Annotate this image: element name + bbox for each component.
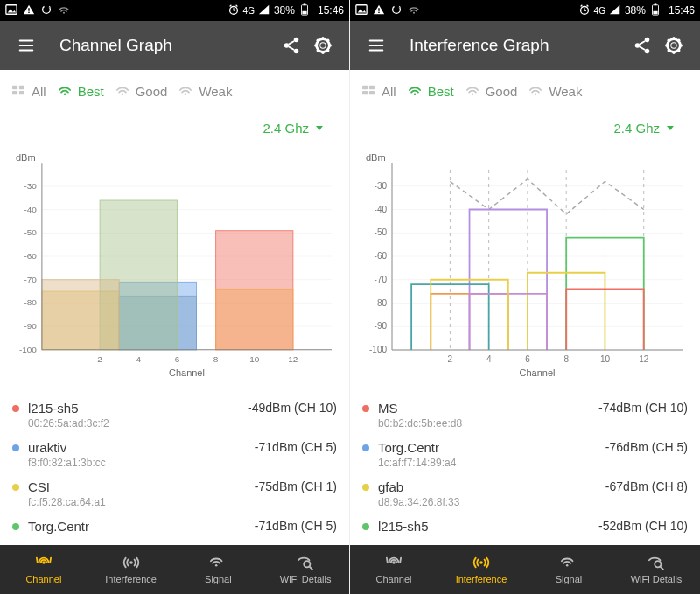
svg-rect-2 [28,11,29,12]
svg-rect-0 [6,4,17,14]
svg-text:12: 12 [639,354,649,364]
tab-label: Interference [456,574,508,584]
band-row: 2.4 Ghz [350,112,700,143]
svg-rect-78 [653,10,657,14]
svg-point-14 [294,49,299,53]
network-ssid: CSI [28,479,255,494]
chart: -30-40-50-60-70-80-90-10024681012dBmChan… [350,143,700,388]
signal-bars-icon [609,3,621,18]
signal-bars-icon [258,3,270,18]
tab-wifi-details[interactable]: WiFi Details [262,545,349,594]
network-type: 4G [243,6,255,16]
svg-text:-90: -90 [24,321,37,331]
filter-all[interactable]: All [10,84,46,99]
svg-rect-11 [19,50,34,52]
svg-rect-97 [369,85,374,88]
color-dot [362,405,369,412]
svg-rect-71 [378,8,379,11]
tab-interference[interactable]: Interference [88,545,175,594]
svg-point-12 [294,38,299,43]
tab-icon [559,555,578,572]
alarm-icon [228,3,240,18]
network-list: l215-sh500:26:5a:ad:3c:f2-49dBm (CH 10)u… [0,388,349,545]
share-button[interactable] [626,36,658,55]
filter-row: AllBestGoodWeak [350,70,700,112]
tab-label: Channel [25,574,61,584]
filter-weak[interactable]: Weak [178,84,232,99]
chart: -30-40-50-60-70-80-90-10024681012dBmChan… [0,143,349,388]
svg-rect-1 [28,8,29,11]
svg-text:-70: -70 [24,275,37,284]
filter-row: AllBestGoodWeak [0,70,349,112]
svg-rect-72 [378,11,379,12]
network-signal: -67dBm (CH 8) [606,479,688,493]
filter-all-icon [10,84,26,99]
filter-best-icon [407,84,423,99]
settings-button[interactable] [658,36,690,55]
image-icon [5,3,18,18]
network-list: MSb0:b2:dc:5b:ee:d8-74dBm (CH 10)Torg.Ce… [350,388,700,545]
clock: 15:46 [318,4,344,17]
band-label: 2.4 Ghz [613,121,660,136]
filter-good[interactable]: Good [465,84,518,99]
network-mac: 00:26:5a:ad:3c:f2 [28,417,248,430]
list-item[interactable]: Torg.Centr-71dBm (CH 5) [12,514,337,541]
svg-text:dBm: dBm [16,152,36,163]
svg-rect-29 [19,90,24,94]
tab-icon [647,555,666,572]
network-signal: -71dBm (CH 5) [255,519,337,533]
band-dropdown[interactable]: 2.4 Ghz [262,121,323,136]
svg-point-82 [645,38,650,43]
menu-button[interactable] [10,36,42,55]
sync-icon [390,3,402,18]
tab-label: Channel [376,574,412,584]
color-dot [362,523,369,530]
filter-all[interactable]: All [360,84,396,99]
svg-text:4: 4 [486,354,492,364]
screen: 4G38%15:46Interference GraphAllBestGoodW… [350,0,700,594]
svg-point-101 [471,93,472,94]
tab-signal[interactable]: Signal [175,545,262,594]
share-button[interactable] [276,36,307,55]
menu-button[interactable] [360,36,392,55]
network-signal: -49dBm (CH 10) [248,401,337,415]
list-item[interactable]: uraktivf8:f0:82:a1:3b:cc-71dBm (CH 5) [12,435,337,474]
list-item[interactable]: CSIfc:f5:28:ca:64:a1-75dBm (CH 1) [12,474,337,514]
list-item[interactable]: gfabd8:9a:34:26:8f:33-67dBm (CH 8) [362,474,688,514]
svg-rect-55 [216,289,293,349]
app-bar: Channel Graph [0,21,349,70]
filter-good[interactable]: Good [115,84,168,99]
warning-icon [373,3,385,18]
svg-text:dBm: dBm [366,152,386,163]
wifi-icon [408,3,420,18]
svg-text:10: 10 [249,354,260,364]
list-item[interactable]: MSb0:b2:dc:5b:ee:d8-74dBm (CH 10) [362,395,688,435]
network-mac: 1c:af:f7:14:89:a4 [378,457,606,469]
svg-point-66 [42,561,46,564]
band-dropdown[interactable]: 2.4 Ghz [613,121,674,136]
filter-good-label: Good [486,84,518,99]
tab-icon [472,555,491,572]
tab-interference[interactable]: Interference [438,545,525,594]
bottom-nav: ChannelInterferenceSignalWiFi Details [0,545,349,594]
tab-channel[interactable]: Channel [350,545,438,594]
filter-best[interactable]: Best [407,84,454,99]
list-item[interactable]: l215-sh500:26:5a:ad:3c:f2-49dBm (CH 10) [12,395,337,435]
svg-rect-98 [362,90,368,94]
filter-weak[interactable]: Weak [528,84,582,99]
svg-rect-53 [42,280,119,350]
tab-channel[interactable]: Channel [0,545,88,594]
settings-button[interactable] [307,36,339,55]
filter-best-label: Best [428,84,454,99]
svg-point-30 [63,93,65,94]
network-ssid: gfab [378,479,606,494]
list-item[interactable]: l215-sh5-52dBm (CH 10) [362,514,688,541]
tab-signal[interactable]: Signal [525,545,612,594]
tab-wifi-details[interactable]: WiFi Details [612,545,700,594]
tab-label: Interference [105,574,157,584]
svg-point-137 [566,564,569,567]
filter-best[interactable]: Best [57,84,104,99]
bottom-nav: ChannelInterferenceSignalWiFi Details [350,545,700,594]
list-item[interactable]: Torg.Centr1c:af:f7:14:89:a4-76dBm (CH 5) [362,435,688,474]
status-bar: 4G38%15:46 [0,0,349,21]
